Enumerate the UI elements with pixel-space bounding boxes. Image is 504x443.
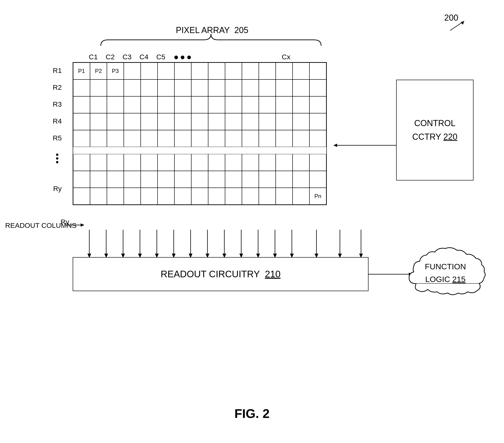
ref-200: 200 [444, 13, 458, 23]
diagram: 200 PIXEL ARRAY 205 C1 C2 C3 C4 C5 ●●● C… [0, 0, 504, 443]
svg-marker-1 [461, 21, 464, 25]
readout-circuitry-box: READOUT CIRCUITRY 210 [73, 257, 368, 291]
cell-r1c15 [309, 63, 326, 79]
row-dot-3 [56, 161, 58, 163]
pixel-array-label: PIXEL ARRAY 205 [176, 25, 249, 35]
col-label-c1: C1 [85, 53, 102, 61]
cell-r1c9 [208, 63, 225, 79]
cell-p3: P3 [107, 63, 124, 79]
cell-p1: P1 [73, 63, 90, 79]
function-logic-label: FUNCTIONLOGIC 215 [425, 260, 466, 286]
cell-r1c11 [242, 63, 259, 79]
readout-circuitry-label: READOUT CIRCUITRY 210 [161, 269, 280, 279]
col-label-c4: C4 [136, 53, 152, 61]
pixel-grid: P1 P2 P3 [73, 62, 327, 205]
col-dots: ●●● [169, 52, 197, 62]
cell-r1c12 [259, 63, 276, 79]
col-label-c3: C3 [119, 53, 136, 61]
grid-row-2 [73, 79, 326, 96]
grid-row-dot1 [73, 147, 326, 154]
grid-row-last: Pn [73, 188, 326, 205]
col-label-c2: C2 [102, 53, 119, 61]
col-label-cx: Cx [282, 53, 290, 61]
cell-r1c10 [225, 63, 242, 79]
cell-p2: P2 [90, 63, 107, 79]
row-dot-2 [56, 157, 58, 159]
cell-pn: Pn [309, 188, 326, 205]
col-label-c5: C5 [152, 53, 169, 61]
cell-r1c13 [276, 63, 292, 79]
grid-row-1: P1 P2 P3 [73, 63, 326, 79]
cell-r1c6 [158, 63, 174, 79]
row-label-r1: R1 [53, 62, 64, 79]
control-circuitry-label: CONTROLCCTRY 220 [412, 117, 458, 143]
grid-row-4 [73, 113, 326, 130]
grid-row-6 [73, 154, 326, 171]
readout-columns-label: READOUT COLUMNS [5, 221, 76, 230]
grid-row-3 [73, 96, 326, 113]
control-circuitry-box: CONTROLCCTRY 220 [396, 80, 473, 180]
grid-row-5 [73, 130, 326, 147]
cell-r1c5 [141, 63, 158, 79]
cell-r1c4 [124, 63, 141, 79]
row-label-r5: R5 [53, 130, 64, 146]
cell-r1c8 [191, 63, 208, 79]
function-logic-container: FUNCTIONLOGIC 215 [402, 237, 489, 312]
row-label-r4: R4 [53, 113, 64, 130]
row-dot-1 [56, 154, 58, 156]
row-labels: R1 R2 R3 R4 R5 Ry [53, 62, 64, 197]
figure-label: FIG. 2 [234, 406, 270, 421]
column-labels: C1 C2 C3 C4 C5 ●●● Cx [85, 52, 290, 62]
grid-row-7 [73, 171, 326, 188]
row-label-r3: R3 [53, 96, 64, 113]
cell-r1c7 [174, 63, 191, 79]
cell-r1c14 [292, 63, 309, 79]
row-label-ry [53, 163, 64, 180]
svg-marker-39 [333, 144, 337, 147]
row-label-ry2: Ry [53, 180, 64, 197]
svg-marker-35 [81, 223, 84, 227]
row-label-r2: R2 [53, 79, 64, 96]
